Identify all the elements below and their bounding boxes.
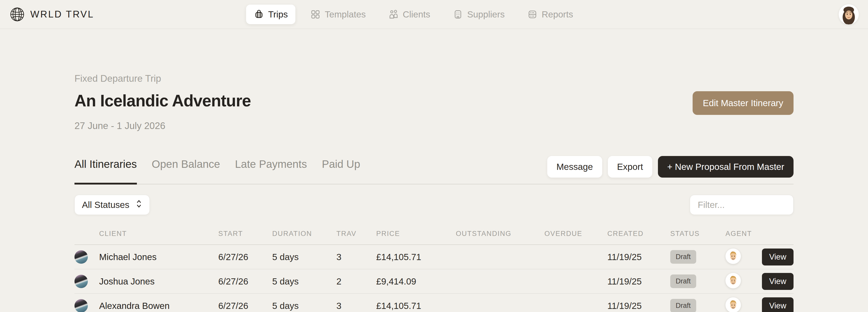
page-title: An Icelandic Adventure <box>74 91 251 110</box>
cell-agent <box>725 273 759 290</box>
cell-duration: 5 days <box>272 301 336 311</box>
status-badge: Draft <box>670 299 696 312</box>
cell-actions: View <box>759 273 794 290</box>
cell-agent <box>725 297 759 312</box>
view-button[interactable]: View <box>762 273 794 290</box>
cell-price: £14,105.71 <box>376 301 456 311</box>
cell-client: Joshua Jones <box>74 275 218 288</box>
cell-trav: 3 <box>336 301 376 311</box>
nav-item-label: Suppliers <box>467 9 505 20</box>
table-row[interactable]: Michael Jones 6/27/26 5 days 3 £14,105.7… <box>74 245 794 270</box>
tab-paid-up[interactable]: Paid Up <box>322 158 360 184</box>
table-row[interactable]: Joshua Jones 6/27/26 5 days 2 £9,414.09 … <box>74 270 794 294</box>
agent-avatar <box>725 297 741 312</box>
table-row[interactable]: Alexandra Bowen 6/27/26 5 days 3 £14,105… <box>74 294 794 312</box>
column-header-start: START <box>218 230 272 238</box>
cell-status: Draft <box>670 250 725 264</box>
itineraries-table: CLIENT START DURATION TRAV PRICE OUTSTAN… <box>74 230 794 312</box>
primary-nav: Trips Templates <box>246 5 581 24</box>
top-nav: WRLD TRVL Trips <box>0 0 868 29</box>
globe-icon <box>9 6 25 22</box>
filter-row: All Statuses <box>74 195 794 215</box>
cell-created: 11/19/25 <box>607 252 670 262</box>
nav-item-reports[interactable]: Reports <box>520 5 581 24</box>
nav-item-suppliers[interactable]: Suppliers <box>445 5 512 24</box>
briefcase-icon <box>254 9 264 20</box>
cell-actions: View <box>759 297 794 312</box>
cell-start: 6/27/26 <box>218 301 272 311</box>
agent-avatar <box>725 273 741 288</box>
trip-header: Fixed Departure Trip An Icelandic Advent… <box>74 73 794 131</box>
itineraries-tabbar: All Itineraries Open Balance Late Paymen… <box>74 156 794 185</box>
building-icon <box>453 9 463 20</box>
main-content: Fixed Departure Trip An Icelandic Advent… <box>74 73 794 312</box>
cell-duration: 5 days <box>272 276 336 287</box>
trip-dates: 27 June - 1 July 2026 <box>74 120 251 131</box>
edit-master-itinerary-button[interactable]: Edit Master Itinerary <box>692 91 794 115</box>
brand[interactable]: WRLD TRVL <box>9 6 94 22</box>
column-header-overdue: OVERDUE <box>545 230 607 238</box>
nav-item-trips[interactable]: Trips <box>246 5 295 24</box>
column-header-created: CREATED <box>607 230 670 238</box>
status-badge: Draft <box>670 250 696 264</box>
cell-agent <box>725 249 759 265</box>
table-header: CLIENT START DURATION TRAV PRICE OUTSTAN… <box>74 230 794 245</box>
cell-status: Draft <box>670 275 725 288</box>
tab-actions: Message Export + New Proposal From Maste… <box>547 156 794 184</box>
status-badge: Draft <box>670 275 696 288</box>
user-avatar[interactable] <box>839 4 859 24</box>
column-header-trav: TRAV <box>336 230 376 238</box>
cell-client: Michael Jones <box>74 250 218 264</box>
client-name: Joshua Jones <box>99 276 155 287</box>
view-button[interactable]: View <box>762 249 794 265</box>
cell-start: 6/27/26 <box>218 252 272 262</box>
export-button[interactable]: Export <box>608 156 652 178</box>
status-filter-select[interactable]: All Statuses <box>74 195 150 215</box>
cell-created: 11/19/25 <box>607 301 670 311</box>
cell-price: £14,105.71 <box>376 252 456 262</box>
client-name: Alexandra Bowen <box>99 301 169 311</box>
column-header-client: CLIENT <box>74 230 218 238</box>
trip-thumbnail <box>74 299 88 312</box>
column-header-status: STATUS <box>670 230 725 238</box>
trip-header-text: Fixed Departure Trip An Icelandic Advent… <box>74 73 251 131</box>
cell-duration: 5 days <box>272 252 336 262</box>
cell-start: 6/27/26 <box>218 276 272 287</box>
client-name: Michael Jones <box>99 252 157 262</box>
brand-name: WRLD TRVL <box>30 9 94 20</box>
nav-item-label: Reports <box>541 9 573 20</box>
itineraries-tabs: All Itineraries Open Balance Late Paymen… <box>74 158 360 184</box>
nav-item-templates[interactable]: Templates <box>303 5 374 24</box>
cell-created: 11/19/25 <box>607 276 670 287</box>
nav-item-label: Clients <box>403 9 430 20</box>
column-header-outstanding: OUTSTANDING <box>456 230 545 238</box>
cell-trav: 3 <box>336 252 376 262</box>
tab-open-balance[interactable]: Open Balance <box>152 158 220 184</box>
trip-thumbnail <box>74 250 88 264</box>
cell-actions: View <box>759 249 794 265</box>
cell-status: Draft <box>670 299 725 312</box>
filter-input[interactable] <box>690 195 794 215</box>
cell-trav: 2 <box>336 276 376 287</box>
view-button[interactable]: View <box>762 297 794 312</box>
trip-thumbnail <box>74 275 88 288</box>
tab-late-payments[interactable]: Late Payments <box>235 158 307 184</box>
column-header-agent: AGENT <box>725 230 759 238</box>
column-header-price: PRICE <box>376 230 456 238</box>
agent-avatar <box>725 249 741 264</box>
grid-icon <box>310 9 321 20</box>
people-icon <box>388 9 399 20</box>
nav-item-label: Trips <box>268 9 288 20</box>
column-header-duration: DURATION <box>272 230 336 238</box>
nav-item-clients[interactable]: Clients <box>380 5 438 24</box>
message-button[interactable]: Message <box>547 156 602 178</box>
cell-client: Alexandra Bowen <box>74 299 218 312</box>
select-updown-chevrons-icon <box>135 199 142 210</box>
tab-all-itineraries[interactable]: All Itineraries <box>74 158 137 184</box>
new-proposal-from-master-button[interactable]: + New Proposal From Master <box>658 156 794 178</box>
cell-price: £9,414.09 <box>376 276 456 287</box>
server-icon <box>527 9 537 20</box>
nav-item-label: Templates <box>325 9 366 20</box>
trip-type-label: Fixed Departure Trip <box>74 73 251 84</box>
status-filter-value: All Statuses <box>82 200 129 210</box>
